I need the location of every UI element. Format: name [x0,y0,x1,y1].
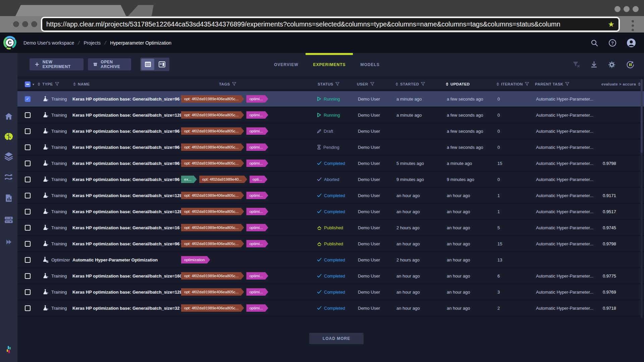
search-icon[interactable] [590,39,598,47]
table-row[interactable]: TrainingKeras HP optimization base: Gene… [17,236,644,252]
row-checkbox[interactable] [25,161,31,166]
row-checkbox[interactable] [25,177,31,182]
parent-task-cell[interactable]: Automatic Hyper-Parameter... [534,145,600,150]
table-row[interactable]: TrainingKeras HP optimization base: Gene… [17,188,644,204]
sidebar-item-home[interactable] [0,112,17,121]
row-checkbox[interactable] [25,112,31,118]
tag[interactable]: optimi... [246,208,268,215]
column-header-iteration[interactable]: ITERATION [496,82,534,86]
tag[interactable]: opt: 4f02da91989e406ea805c... [181,192,244,199]
row-checkbox[interactable] [25,241,31,247]
tag[interactable]: opt: 4f02da91989e406ea805c... [181,288,244,296]
parent-task-cell[interactable]: Automatic Hyper-Parameter... [534,306,600,311]
filter-icon[interactable] [565,82,569,86]
tag[interactable]: opt: 4f02da91989e406ea805c... [181,224,244,231]
table-row[interactable]: ✓TrainingKeras HP optimization base: Gen… [17,91,644,107]
row-checkbox[interactable]: ✓ [25,96,31,102]
table-scrollbar[interactable] [641,79,643,318]
tag[interactable]: opt: 4f02da91989e406ea805c... [181,127,244,135]
sidebar-item-datasets[interactable] [0,152,17,161]
tag[interactable]: opt: 4f02da91989e406ea805c... [181,143,244,151]
tag[interactable]: opt: 4f02da91989e406ea805c... [181,95,244,103]
tag[interactable]: opt: 4f02da91989e406ea805c... [181,304,244,312]
column-header-started[interactable]: STARTED [395,82,445,86]
table-row[interactable]: TrainingKeras HP optimization base: Gene… [17,123,644,139]
table-row[interactable]: TrainingKeras HP optimization base: Gene… [17,107,644,123]
parent-task-cell[interactable]: Automatic Hyper-Parameter... [534,274,600,279]
experiment-name[interactable]: Keras HP optimization base: General/batc… [72,97,181,102]
selection-dropdown-icon[interactable]: ▾ [33,82,34,86]
avatar[interactable] [627,38,636,48]
table-row[interactable]: TrainingKeras HP optimization base: Gene… [17,172,644,188]
filter-icon[interactable] [525,82,529,86]
experiment-name[interactable]: Keras HP optimization base: General/batc… [72,290,181,295]
row-checkbox[interactable] [25,209,31,215]
select-all-checkbox[interactable] [25,81,31,87]
sidebar-item-projects[interactable] [0,132,17,142]
tag[interactable]: optimi... [246,160,268,167]
browser-menu-icon[interactable] [630,19,635,33]
experiment-name[interactable]: Keras HP optimization base: General/batc… [72,241,181,246]
tag[interactable]: optimization [181,256,210,263]
filter-icon[interactable] [232,82,236,86]
parent-task-cell[interactable]: Automatic Hyper-Parameter... [534,209,600,214]
experiment-name[interactable]: Keras HP optimization base: General/batc… [72,193,181,198]
tag[interactable]: opt: 4f02da91989e406ea805c... [181,272,244,280]
column-header-tags[interactable]: TAGS [181,82,317,86]
table-row[interactable]: TrainingKeras HP optimization base: Gene… [17,220,644,236]
sidebar-item-workers-queues[interactable] [0,215,17,225]
column-header-updated[interactable]: UPDATED [445,82,496,86]
filter-icon[interactable] [335,82,339,86]
slack-icon[interactable] [4,345,13,354]
sidebar-item-reports[interactable] [0,194,17,202]
filter-icon[interactable] [370,82,374,86]
tag[interactable]: optimi... [246,304,268,312]
tag[interactable]: optimi... [246,240,268,247]
parent-task-cell[interactable]: Automatic Hyper-Parameter... [534,113,600,118]
row-checkbox[interactable] [25,289,31,295]
settings-gear-icon[interactable] [608,61,616,69]
breadcrumb-workspace[interactable]: Demo User's workspace [23,40,74,46]
column-header-status[interactable]: STATUS [317,82,356,86]
parent-task-cell[interactable]: Automatic Hyper-Parameter... [534,161,600,166]
sort-icon[interactable] [496,82,499,86]
tag[interactable]: optimi... [246,111,268,119]
tag[interactable]: optimi... [246,192,268,199]
download-icon[interactable] [590,61,598,68]
column-header-name[interactable]: NAME [72,82,181,86]
table-row[interactable]: TrainingKeras HP optimization base: Gene… [17,268,644,284]
help-icon[interactable]: ? [608,39,616,47]
tag[interactable]: optimi... [246,143,268,151]
experiment-name[interactable]: Keras HP optimization base: General/batc… [72,129,181,134]
tag[interactable]: opt: 4f02da91989e40... [199,176,247,183]
table-row[interactable]: OptimizerAutomatic Hyper-Parameter Optim… [17,252,644,268]
tag[interactable]: opti... [250,176,267,183]
experiment-name[interactable]: Keras HP optimization base: General/batc… [72,145,181,150]
window-controls[interactable] [614,6,639,12]
split-view-button[interactable] [155,59,168,70]
parent-task-cell[interactable]: Automatic Hyper-Parameter... [534,129,600,134]
table-row[interactable]: TrainingKeras HP optimization base: Gene… [17,139,644,156]
breadcrumb-projects[interactable]: Projects [84,40,101,46]
table-row[interactable]: TrainingKeras HP optimization base: Gene… [17,204,644,220]
tag[interactable]: optimi... [246,95,268,103]
experiment-name[interactable]: Keras HP optimization base: General/batc… [72,113,181,118]
tab-overview[interactable]: OVERVIEW [267,53,306,76]
tag[interactable]: opt: 4f02da91989e406ea805c... [181,160,244,167]
load-more-button[interactable]: LOAD MORE [309,333,364,344]
row-checkbox[interactable] [25,305,31,311]
tag[interactable]: opt: 4f02da91989e406ea805c... [181,240,244,247]
experiment-name[interactable]: Keras HP optimization base: General/batc… [72,177,181,182]
experiment-name[interactable]: Automatic Hyper-Parameter Optimization [72,257,181,262]
filter-icon[interactable] [421,82,425,86]
browser-tab[interactable] [15,5,126,16]
experiment-name[interactable]: Keras HP optimization base: General/batc… [72,209,181,214]
sidebar-expand-icon[interactable] [0,238,17,246]
row-checkbox[interactable] [25,257,31,263]
column-header-type[interactable]: TYPE [37,82,72,86]
browser-nav-buttons[interactable] [13,21,37,27]
column-header-user[interactable]: USER [356,82,395,86]
url-input[interactable]: https://app.clear.ml/projects/531785e122… [46,20,605,28]
row-checkbox[interactable] [25,273,31,279]
experiment-name[interactable]: Keras HP optimization base: General/batc… [72,306,181,311]
